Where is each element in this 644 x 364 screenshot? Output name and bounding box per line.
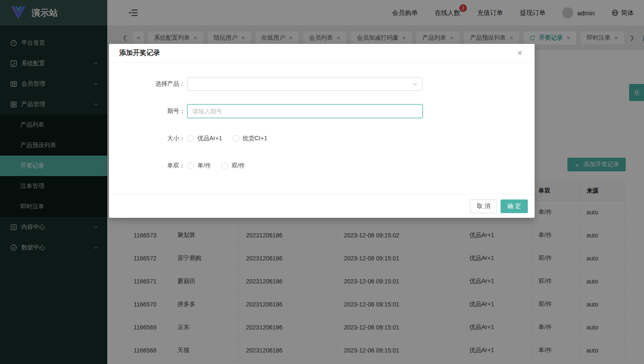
form-row-product: 选择产品： (109, 77, 535, 91)
size-option-1[interactable]: 优品Ar+1 (187, 135, 222, 142)
size-option-2[interactable]: 统货Ct+1 (232, 135, 267, 142)
modal-footer: 取 消 确 定 (109, 194, 535, 218)
issue-label: 期号： (109, 107, 185, 115)
modal-header: 添加开奖记录 ✕ (109, 44, 535, 63)
ok-button[interactable]: 确 定 (501, 199, 528, 213)
chevron-down-icon (412, 81, 418, 87)
modal-body: 选择产品： 期号： 大小： 优品Ar+1 统货Ct+1 (109, 63, 535, 194)
parity-option-1[interactable]: 单/件 (187, 162, 211, 170)
cancel-button[interactable]: 取 消 (470, 199, 497, 213)
parity-radio-group: 单/件 双/件 (187, 162, 245, 170)
parity-label: 单双： (109, 162, 185, 170)
modal-close-icon[interactable]: ✕ (515, 49, 524, 57)
radio-icon (187, 162, 194, 169)
form-row-issue: 期号： (109, 104, 535, 118)
radio-icon (221, 162, 228, 169)
form-row-parity: 单双： 单/件 双/件 (109, 159, 535, 173)
product-select[interactable] (187, 77, 423, 91)
product-label: 选择产品： (109, 80, 185, 88)
modal-title: 添加开奖记录 (119, 49, 160, 58)
size-radio-group: 优品Ar+1 统货Ct+1 (187, 135, 267, 142)
add-record-modal: 添加开奖记录 ✕ 选择产品： 期号： 大小： 优品Ar+1 (109, 44, 535, 218)
radio-icon (232, 135, 239, 142)
radio-icon (187, 135, 194, 142)
issue-input[interactable] (187, 104, 423, 118)
size-label: 大小： (109, 135, 185, 142)
parity-option-2[interactable]: 双/件 (221, 162, 245, 170)
form-row-size: 大小： 优品Ar+1 统货Ct+1 (109, 132, 535, 145)
